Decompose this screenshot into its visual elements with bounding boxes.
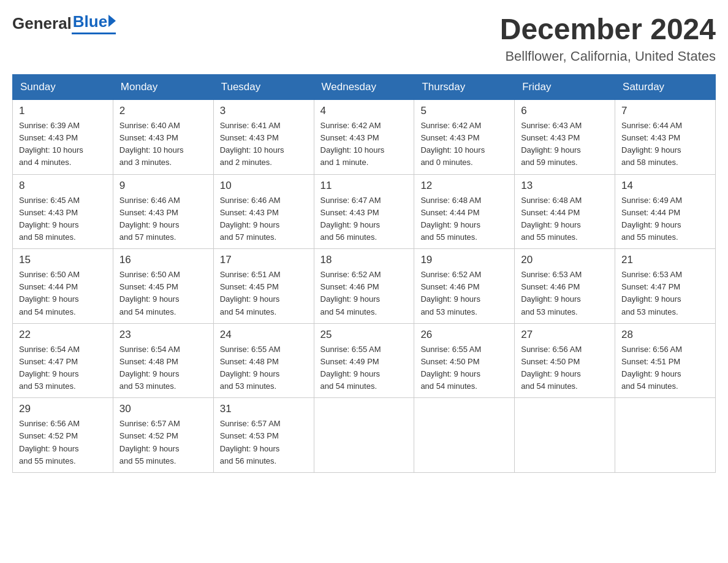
column-header-tuesday: Tuesday [213,75,314,100]
day-info: Sunrise: 6:46 AM Sunset: 4:43 PM Dayligh… [119,194,207,244]
column-header-sunday: Sunday [13,75,113,100]
calendar-cell: 8Sunrise: 6:45 AM Sunset: 4:43 PM Daylig… [13,174,113,249]
calendar-subtitle: Bellflower, California, United States [500,48,716,64]
calendar-cell: 10Sunrise: 6:46 AM Sunset: 4:43 PM Dayli… [213,174,314,249]
calendar-cell: 31Sunrise: 6:57 AM Sunset: 4:53 PM Dayli… [213,398,314,473]
day-info: Sunrise: 6:52 AM Sunset: 4:46 PM Dayligh… [320,269,408,318]
day-number: 18 [320,254,408,266]
column-header-saturday: Saturday [615,75,716,100]
calendar-cell: 21Sunrise: 6:53 AM Sunset: 4:47 PM Dayli… [615,249,716,324]
logo-underline [72,33,116,34]
calendar-cell: 19Sunrise: 6:52 AM Sunset: 4:46 PM Dayli… [414,249,515,324]
calendar-cell: 7Sunrise: 6:44 AM Sunset: 4:43 PM Daylig… [615,100,716,175]
logo-general-text: General [12,14,72,33]
calendar-cell [515,398,615,473]
day-number: 6 [521,105,609,117]
week-row-3: 15Sunrise: 6:50 AM Sunset: 4:44 PM Dayli… [13,249,716,324]
column-header-monday: Monday [113,75,213,100]
day-number: 21 [621,254,709,266]
week-row-5: 29Sunrise: 6:56 AM Sunset: 4:52 PM Dayli… [13,398,716,473]
calendar-cell [314,398,414,473]
week-row-4: 22Sunrise: 6:54 AM Sunset: 4:47 PM Dayli… [13,323,716,398]
calendar-cell: 23Sunrise: 6:54 AM Sunset: 4:48 PM Dayli… [113,323,213,398]
day-info: Sunrise: 6:55 AM Sunset: 4:50 PM Dayligh… [420,343,508,393]
day-info: Sunrise: 6:54 AM Sunset: 4:48 PM Dayligh… [119,343,207,393]
logo-area: General Blue [12,12,116,34]
calendar-cell: 3Sunrise: 6:41 AM Sunset: 4:43 PM Daylig… [213,100,314,175]
day-info: Sunrise: 6:56 AM Sunset: 4:52 PM Dayligh… [19,418,107,467]
calendar-cell: 28Sunrise: 6:56 AM Sunset: 4:51 PM Dayli… [615,323,716,398]
calendar-table: SundayMondayTuesdayWednesdayThursdayFrid… [12,74,716,473]
calendar-title: December 2024 [500,12,716,46]
calendar-cell: 25Sunrise: 6:55 AM Sunset: 4:49 PM Dayli… [314,323,414,398]
day-number: 17 [220,254,308,266]
week-row-1: 1Sunrise: 6:39 AM Sunset: 4:43 PM Daylig… [13,100,716,175]
column-header-wednesday: Wednesday [314,75,414,100]
day-info: Sunrise: 6:45 AM Sunset: 4:43 PM Dayligh… [19,194,107,244]
calendar-cell: 18Sunrise: 6:52 AM Sunset: 4:46 PM Dayli… [314,249,414,324]
day-info: Sunrise: 6:50 AM Sunset: 4:44 PM Dayligh… [19,269,107,318]
title-area: December 2024 Bellflower, California, Un… [500,12,716,64]
day-info: Sunrise: 6:57 AM Sunset: 4:53 PM Dayligh… [220,418,308,467]
day-info: Sunrise: 6:41 AM Sunset: 4:43 PM Dayligh… [220,120,308,169]
day-number: 23 [119,329,207,341]
header: General Blue December 2024 Bellflower, C… [12,12,716,64]
day-number: 24 [220,329,308,341]
day-info: Sunrise: 6:48 AM Sunset: 4:44 PM Dayligh… [420,194,508,244]
day-info: Sunrise: 6:46 AM Sunset: 4:43 PM Dayligh… [220,194,308,244]
day-number: 1 [19,105,107,117]
calendar-cell: 27Sunrise: 6:56 AM Sunset: 4:50 PM Dayli… [515,323,615,398]
day-number: 29 [19,403,107,415]
calendar-cell: 5Sunrise: 6:42 AM Sunset: 4:43 PM Daylig… [414,100,515,175]
day-number: 16 [119,254,207,266]
column-header-thursday: Thursday [414,75,515,100]
day-number: 2 [119,105,207,117]
day-info: Sunrise: 6:49 AM Sunset: 4:44 PM Dayligh… [621,194,709,244]
day-number: 19 [420,254,508,266]
day-number: 13 [521,180,609,192]
day-number: 28 [621,329,709,341]
day-info: Sunrise: 6:43 AM Sunset: 4:43 PM Dayligh… [521,120,609,169]
week-row-2: 8Sunrise: 6:45 AM Sunset: 4:43 PM Daylig… [13,174,716,249]
day-number: 20 [521,254,609,266]
day-info: Sunrise: 6:50 AM Sunset: 4:45 PM Dayligh… [119,269,207,318]
day-number: 4 [320,105,408,117]
calendar-cell: 24Sunrise: 6:55 AM Sunset: 4:48 PM Dayli… [213,323,314,398]
calendar-cell [414,398,515,473]
calendar-cell: 20Sunrise: 6:53 AM Sunset: 4:46 PM Dayli… [515,249,615,324]
calendar-cell: 15Sunrise: 6:50 AM Sunset: 4:44 PM Dayli… [13,249,113,324]
day-number: 3 [220,105,308,117]
day-number: 15 [19,254,107,266]
day-number: 25 [320,329,408,341]
logo-blue-text: Blue [73,12,107,31]
logo: General Blue [12,12,116,34]
day-number: 8 [19,180,107,192]
day-number: 9 [119,180,207,192]
day-number: 31 [220,403,308,415]
calendar-cell: 14Sunrise: 6:49 AM Sunset: 4:44 PM Dayli… [615,174,716,249]
calendar-cell: 1Sunrise: 6:39 AM Sunset: 4:43 PM Daylig… [13,100,113,175]
day-number: 14 [621,180,709,192]
calendar-cell: 9Sunrise: 6:46 AM Sunset: 4:43 PM Daylig… [113,174,213,249]
day-info: Sunrise: 6:40 AM Sunset: 4:43 PM Dayligh… [119,120,207,169]
day-info: Sunrise: 6:39 AM Sunset: 4:43 PM Dayligh… [19,120,107,169]
calendar-cell: 4Sunrise: 6:42 AM Sunset: 4:43 PM Daylig… [314,100,414,175]
day-number: 7 [621,105,709,117]
day-info: Sunrise: 6:52 AM Sunset: 4:46 PM Dayligh… [420,269,508,318]
day-number: 5 [420,105,508,117]
day-number: 27 [521,329,609,341]
calendar-cell: 13Sunrise: 6:48 AM Sunset: 4:44 PM Dayli… [515,174,615,249]
calendar-cell: 30Sunrise: 6:57 AM Sunset: 4:52 PM Dayli… [113,398,213,473]
day-number: 11 [320,180,408,192]
day-info: Sunrise: 6:44 AM Sunset: 4:43 PM Dayligh… [621,120,709,169]
day-number: 22 [19,329,107,341]
day-info: Sunrise: 6:53 AM Sunset: 4:47 PM Dayligh… [621,269,709,318]
calendar-cell: 11Sunrise: 6:47 AM Sunset: 4:43 PM Dayli… [314,174,414,249]
day-info: Sunrise: 6:54 AM Sunset: 4:47 PM Dayligh… [19,343,107,393]
calendar-cell: 6Sunrise: 6:43 AM Sunset: 4:43 PM Daylig… [515,100,615,175]
day-info: Sunrise: 6:51 AM Sunset: 4:45 PM Dayligh… [220,269,308,318]
calendar-cell: 17Sunrise: 6:51 AM Sunset: 4:45 PM Dayli… [213,249,314,324]
day-info: Sunrise: 6:42 AM Sunset: 4:43 PM Dayligh… [320,120,408,169]
day-info: Sunrise: 6:47 AM Sunset: 4:43 PM Dayligh… [320,194,408,244]
day-number: 12 [420,180,508,192]
